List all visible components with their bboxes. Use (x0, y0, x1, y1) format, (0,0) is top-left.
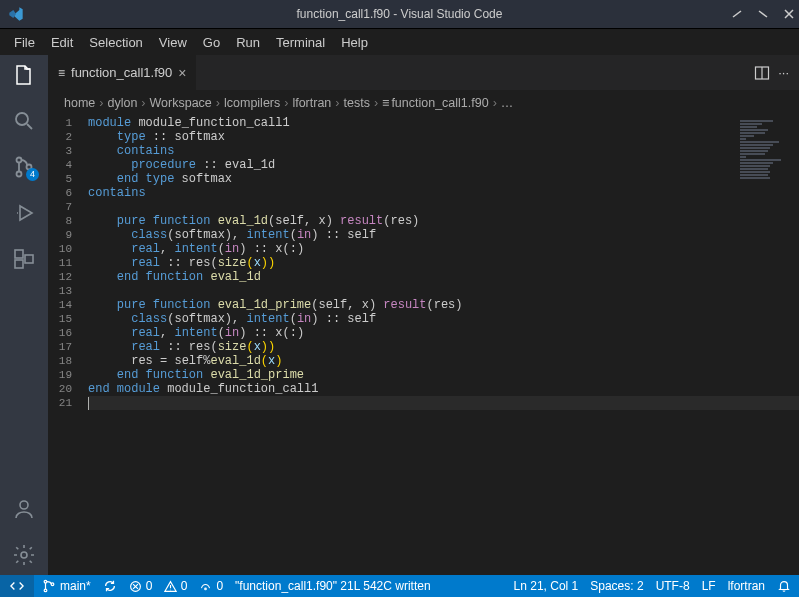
bc-item[interactable]: lcompilers (224, 96, 280, 110)
svg-point-0 (16, 113, 28, 125)
menu-selection[interactable]: Selection (81, 31, 150, 54)
close-tab-icon[interactable]: × (178, 65, 186, 81)
menu-file[interactable]: File (6, 31, 43, 54)
bc-item[interactable]: dylon (107, 96, 137, 110)
menu-bar: File Edit Selection View Go Run Terminal… (0, 29, 799, 55)
chevron-right-icon: › (493, 96, 497, 110)
svg-point-7 (20, 501, 28, 509)
menu-run[interactable]: Run (228, 31, 268, 54)
close-icon[interactable] (783, 8, 795, 20)
svg-rect-4 (15, 250, 23, 258)
svg-rect-5 (15, 260, 23, 268)
more-actions-icon[interactable]: ··· (778, 65, 789, 80)
git-sync-icon[interactable] (103, 579, 117, 593)
svg-point-14 (205, 588, 207, 590)
split-editor-icon[interactable] (754, 65, 770, 81)
scm-icon[interactable]: 4 (12, 155, 36, 179)
problems[interactable]: 0 0 (129, 579, 188, 593)
ports[interactable]: 0 (199, 579, 223, 593)
svg-point-8 (21, 552, 27, 558)
bc-item[interactable]: Workspace (150, 96, 212, 110)
svg-point-1 (17, 158, 22, 163)
bc-item[interactable]: lfortran (292, 96, 331, 110)
bell-icon[interactable] (777, 579, 791, 593)
indentation[interactable]: Spaces: 2 (590, 579, 643, 593)
bc-item[interactable]: tests (344, 96, 370, 110)
chevron-right-icon: › (284, 96, 288, 110)
title-bar: function_call1.f90 - Visual Studio Code (0, 0, 799, 29)
status-message: "function_call1.f90" 21L 542C written (235, 579, 431, 593)
tab-bar: ≡ function_call1.f90 × ··· (48, 55, 799, 90)
git-branch[interactable]: main* (42, 579, 91, 593)
window-title: function_call1.f90 - Visual Studio Code (297, 7, 503, 21)
breadcrumb[interactable]: home› dylon› Workspace› lcompilers› lfor… (48, 90, 799, 116)
line-gutter: 123456789101112131415161718192021 (48, 116, 88, 410)
chevron-right-icon: › (216, 96, 220, 110)
activity-bar: 4 (0, 55, 48, 575)
fortran-file-icon: ≡ (58, 66, 65, 80)
cursor-position[interactable]: Ln 21, Col 1 (514, 579, 579, 593)
svg-point-2 (17, 172, 22, 177)
vscode-logo-icon (8, 6, 24, 22)
menu-view[interactable]: View (151, 31, 195, 54)
svg-point-11 (44, 589, 47, 592)
minimize-icon[interactable] (731, 8, 743, 20)
account-icon[interactable] (12, 497, 36, 521)
menu-help[interactable]: Help (333, 31, 376, 54)
explorer-icon[interactable] (12, 63, 36, 87)
svg-rect-6 (25, 255, 33, 263)
tab-file[interactable]: ≡ function_call1.f90 × (48, 55, 197, 90)
menu-edit[interactable]: Edit (43, 31, 81, 54)
code-lines[interactable]: module module_function_call1 type :: sof… (88, 116, 799, 410)
search-icon[interactable] (12, 109, 36, 133)
menu-terminal[interactable]: Terminal (268, 31, 333, 54)
remote-icon[interactable] (0, 575, 34, 597)
debug-icon[interactable] (12, 201, 36, 225)
text-cursor (88, 397, 89, 410)
maximize-icon[interactable] (757, 8, 769, 20)
editor-area[interactable]: 123456789101112131415161718192021 module… (48, 116, 799, 575)
bc-file[interactable]: function_call1.f90 (391, 96, 488, 110)
language-mode[interactable]: lfortran (728, 579, 765, 593)
menu-go[interactable]: Go (195, 31, 228, 54)
scm-badge: 4 (26, 168, 39, 181)
chevron-right-icon: › (374, 96, 378, 110)
chevron-right-icon: › (335, 96, 339, 110)
bc-more[interactable]: … (501, 96, 514, 110)
tab-label: function_call1.f90 (71, 65, 172, 80)
extensions-icon[interactable] (12, 247, 36, 271)
gear-icon[interactable] (12, 543, 36, 567)
chevron-right-icon: › (99, 96, 103, 110)
encoding[interactable]: UTF-8 (656, 579, 690, 593)
svg-point-10 (44, 580, 47, 583)
status-bar: main* 0 0 0 "function_call1.f90" 21L 542… (0, 575, 799, 597)
eol[interactable]: LF (702, 579, 716, 593)
chevron-right-icon: › (141, 96, 145, 110)
bc-home[interactable]: home (64, 96, 95, 110)
